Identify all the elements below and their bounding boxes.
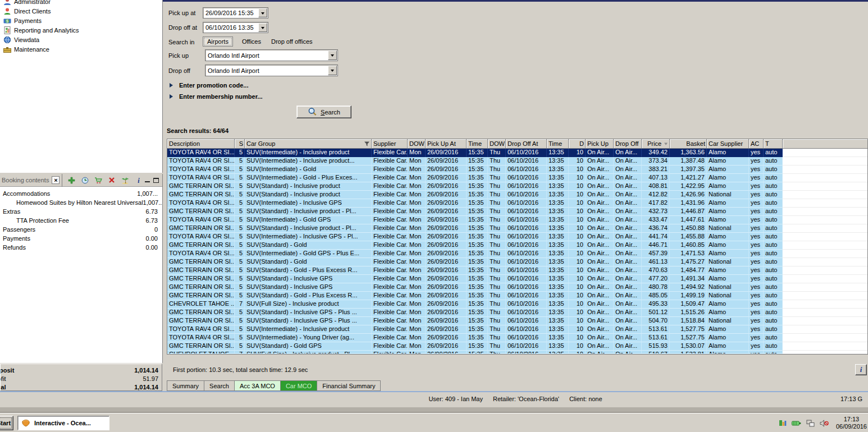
result-row[interactable]: GMC TERRAIN OR SI...5SUV(Standard) - Inc…: [167, 317, 867, 325]
column-header-time[interactable]: Time: [547, 139, 569, 149]
maximize-icon[interactable]: [153, 178, 159, 183]
booking-item-homewood-suites-by-hilton-nearest-universal[interactable]: Homewood Suites by Hilton Nearest Univer…: [0, 198, 162, 207]
pickup-location-combo[interactable]: Orlando Intl Airport: [205, 49, 338, 61]
nav-item-maintenance[interactable]: Maintenance: [2, 44, 161, 54]
history-icon[interactable]: [79, 175, 91, 186]
nav-item-payments[interactable]: $Payments: [2, 16, 161, 25]
result-row[interactable]: GMC TERRAIN OR SI...5SUV(Standard) - Inc…: [167, 283, 867, 292]
result-row[interactable]: GMC TERRAIN OR SI...5SUV(Standard) - Inc…: [167, 275, 867, 283]
column-header-d[interactable]: D: [569, 139, 586, 149]
column-header-ac[interactable]: AC: [749, 139, 764, 149]
tab-summary[interactable]: Summary: [167, 380, 204, 391]
column-header-car-supplier[interactable]: Car Supplier: [707, 139, 749, 149]
result-row[interactable]: TOYOTA RAV4 OR SI...5SUV(Intermediate) -…: [167, 325, 867, 334]
minimize-icon[interactable]: [145, 178, 150, 182]
delete-icon[interactable]: [106, 175, 118, 186]
palm-icon[interactable]: [119, 175, 131, 186]
chevron-down-icon[interactable]: [258, 8, 267, 17]
taskbar-task-button[interactable]: Interactive - Ocea...: [17, 416, 109, 430]
nav-item-administrator[interactable]: Administrator: [2, 0, 161, 6]
column-header-supplier[interactable]: Supplier: [372, 139, 408, 149]
column-header-description[interactable]: Description: [167, 139, 235, 149]
pickup-at-combo[interactable]: 26/09/2016 15:35: [203, 7, 268, 19]
chevron-down-icon[interactable]: [328, 50, 337, 60]
chevron-down-icon[interactable]: [328, 66, 337, 75]
booking-contents-tab-label: Booking contents: [2, 177, 49, 183]
search-in-tab-offices[interactable]: Offices: [241, 37, 262, 46]
booking-item-payments[interactable]: Payments0.00: [0, 234, 162, 243]
result-row[interactable]: CHEVROLET TAHOE ...7SUV(Full Size) - Inc…: [167, 351, 867, 354]
nav-item-reporting-and-analytics[interactable]: Reporting and Analytics: [2, 25, 161, 35]
booking-contents-tab[interactable]: Booking contents ×: [0, 174, 62, 187]
result-row[interactable]: TOYOTA RAV4 OR SI...5SUV(Intermediate) -…: [167, 199, 867, 208]
membership-number-expander[interactable]: Enter membership number...: [170, 93, 263, 100]
tab-car-mco[interactable]: Car MCO: [280, 380, 317, 391]
result-row[interactable]: GMC TERRAIN OR SI...5SUV(Standard) - Inc…: [167, 208, 867, 216]
nav-item-direct-clients[interactable]: Direct Clients: [2, 6, 161, 16]
result-row[interactable]: GMC TERRAIN OR SI...5SUV(Standard) - Gol…: [167, 241, 867, 250]
column-header-basket[interactable]: Basket: [670, 139, 707, 149]
column-header-drop-off[interactable]: Drop Off: [614, 139, 642, 149]
apps-icon[interactable]: [779, 419, 787, 427]
result-row[interactable]: GMC TERRAIN OR SI...5SUV(Standard) - Gol…: [167, 258, 867, 266]
column-header-dow[interactable]: DOW: [488, 139, 506, 149]
start-button[interactable]: Start: [0, 416, 13, 430]
close-icon[interactable]: ×: [52, 176, 60, 184]
column-header-s[interactable]: S: [235, 139, 245, 149]
sort-desc-icon: [663, 142, 668, 146]
tab-acc-3a-mco[interactable]: Acc 3A MCO: [234, 380, 281, 391]
result-row[interactable]: TOYOTA RAV4 OR SI...5SUV(Intermediate) -…: [167, 334, 867, 342]
column-header-car-group[interactable]: Car Group: [245, 139, 372, 149]
info-button[interactable]: i: [855, 364, 867, 375]
column-header-price[interactable]: Price: [642, 139, 670, 149]
result-row[interactable]: GMC TERRAIN OR SI...5SUV(Standard) - Inc…: [167, 309, 867, 317]
result-row[interactable]: TOYOTA RAV4 OR SI...5SUV(Intermediate) -…: [167, 216, 867, 224]
totals-row-profit: Profit51.97: [1, 374, 162, 383]
result-row[interactable]: TOYOTA RAV4 OR SI...5SUV(Intermediate) -…: [167, 250, 867, 258]
search-in-tab-drop-off-offices[interactable]: Drop off offices: [270, 37, 314, 46]
result-row[interactable]: GMC TERRAIN OR SI...5SUV(Standard) - Inc…: [167, 224, 867, 233]
booking-item-refunds[interactable]: Refunds0.00: [0, 243, 162, 252]
column-header-pick-up[interactable]: Pick Up: [586, 139, 614, 149]
result-row[interactable]: TOYOTA RAV4 OR SI...5SUV(Intermediate) -…: [167, 149, 867, 157]
nav-item-viewdata[interactable]: Viewdata: [2, 35, 161, 44]
search-in-tab-airports[interactable]: Airports: [203, 36, 233, 47]
filter-icon[interactable]: [363, 141, 370, 147]
booking-item-passengers[interactable]: Passengers0: [0, 225, 162, 234]
result-row[interactable]: GMC TERRAIN OR SI...5SUV(Standard) - Inc…: [167, 191, 867, 199]
search-button[interactable]: Search: [296, 105, 351, 118]
info-icon[interactable]: i: [133, 175, 145, 186]
result-row[interactable]: TOYOTA RAV4 OR SI...5SUV(Intermediate) -…: [167, 233, 867, 241]
column-header-drop-off-at[interactable]: Drop Off At: [506, 139, 547, 149]
result-row[interactable]: TOYOTA RAV4 OR SI...5SUV(Intermediate) -…: [167, 166, 867, 174]
column-header-dow[interactable]: DOW: [408, 139, 426, 149]
chevron-down-icon[interactable]: [258, 23, 267, 32]
tab-search[interactable]: Search: [204, 380, 235, 391]
result-row[interactable]: TOYOTA RAV4 OR SI...5SUV(Intermediate) -…: [167, 174, 867, 182]
column-header-pick-up-at[interactable]: Pick Up At: [426, 139, 467, 149]
cell-price: 485.05: [642, 292, 670, 300]
booking-item-extras[interactable]: Extras6.73: [0, 207, 162, 216]
booking-item-accommodations[interactable]: Accommodations1,007...: [0, 189, 162, 198]
booking-item-tta-protection-fee[interactable]: TTA Protection Fee6.73: [0, 216, 162, 225]
battery-icon[interactable]: [792, 420, 801, 426]
column-header-t[interactable]: T: [764, 139, 783, 149]
taskbar-clock[interactable]: 17:13 06/09/2016: [834, 416, 867, 430]
add-icon[interactable]: [65, 175, 77, 186]
cell-ac: yes: [749, 166, 764, 174]
result-row[interactable]: GMC TERRAIN OR SI...5SUV(Standard) - Inc…: [167, 182, 867, 191]
network-icon[interactable]: [806, 420, 815, 427]
cell-car-supplier: Alamo: [707, 233, 749, 241]
result-row[interactable]: GMC TERRAIN OR SI...5SUV(Standard) - Gol…: [167, 266, 867, 275]
dropoff-location-combo[interactable]: Orlando Intl Airport: [205, 65, 338, 76]
dropoff-at-combo[interactable]: 06/10/2016 13:35: [203, 22, 268, 33]
volume-muted-icon[interactable]: [820, 420, 829, 427]
result-row[interactable]: GMC TERRAIN OR SI...5SUV(Standard) - Gol…: [167, 342, 867, 351]
result-row[interactable]: TOYOTA RAV4 OR SI...5SUV(Intermediate) -…: [167, 157, 867, 166]
column-header-time[interactable]: Time: [467, 139, 488, 149]
cart-icon[interactable]: [92, 175, 104, 186]
tab-financial-summary[interactable]: Financial Summary: [317, 380, 381, 391]
result-row[interactable]: CHEVROLET TAHOE ...7SUV(Full Size) - Inc…: [167, 300, 867, 309]
promotion-code-expander[interactable]: Enter promotion code...: [170, 82, 248, 89]
result-row[interactable]: GMC TERRAIN OR SI...5SUV(Standard) - Gol…: [167, 292, 867, 300]
